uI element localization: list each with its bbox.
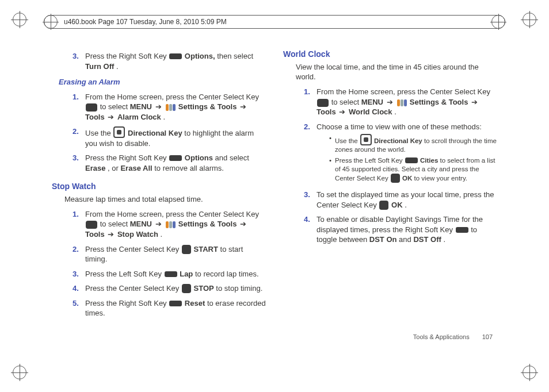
label: OK [402,175,412,182]
text: to select [331,98,361,106]
step-item: From the Home screen, press the Center S… [73,207,266,242]
arrow-icon: ➔ [239,102,247,111]
heading-stop-watch: Stop Watch [52,181,266,192]
text: Choose a time to view with one of these … [317,122,482,131]
text: to select [100,220,130,228]
label: Directional Key [128,129,182,137]
text: . [116,62,119,71]
text: From the Home screen, press the Center S… [85,210,259,218]
step-item: Press the Center Select Key START to sta… [73,242,266,267]
center-select-key-icon [317,99,329,107]
bullet-item: Use the Directional Key to scroll throug… [329,133,497,155]
text: Use the [335,137,360,144]
label: Options [185,153,213,162]
label: Alarm Clock [117,113,161,121]
text: . [394,107,396,116]
arrow-icon: ➔ [154,220,165,228]
text: . [161,230,163,239]
text: , or [108,164,120,172]
steps-world-clock: From the Home screen, press the Center S… [304,84,497,247]
step-item: Press the Left Soft Key Lap to record la… [73,267,266,282]
center-select-key-icon [182,284,191,293]
text: to record lap times. [195,270,259,278]
step-item: Choose a time to view with one of these … [304,120,497,187]
page-body: Press the Right Soft Key Options, then s… [52,49,497,335]
label: STOP [194,284,214,293]
label: Cities [420,157,438,164]
running-header: u460.book Page 107 Tuesday, June 8, 2010… [44,15,505,29]
step-item: To enable or disable Daylight Savings Ti… [304,212,497,247]
text: Press the Right Soft Key [85,52,169,60]
bullet-item: Press the Left Soft Key Cities to select… [329,155,497,184]
crop-mark-icon [523,366,536,379]
crop-mark-icon [44,15,58,29]
arrow-icon: ➔ [470,98,479,106]
label: Settings & Tools [410,98,468,106]
settings-tools-icon [396,99,407,107]
text: and select [215,153,249,162]
lead-text: View the local time, and the time in 45 … [296,62,497,82]
text: Press the Center Select Key [85,284,181,293]
step-item: Press the Center Select Key STOP to stop… [73,281,266,296]
soft-key-icon [456,227,468,233]
step-item: Press the Right Soft Key Reset to erase … [73,296,266,321]
arrow-icon: ➔ [154,102,165,111]
text: Press the Left Soft Key [335,157,405,164]
running-header-text: u460.book Page 107 Tuesday, June 8, 2010… [64,17,227,26]
crop-mark-icon [13,13,26,26]
text: Press the Right Soft Key [85,299,169,308]
step-item: From the Home screen, press the Center S… [304,84,497,120]
crop-mark-icon [523,13,536,26]
step-item: Use the Directional Key to highlight the… [73,124,266,151]
step-item: Press the Right Soft Key Options and sel… [73,151,266,175]
sub-bullets: Use the Directional Key to scroll throug… [329,133,497,184]
text: to select [100,102,130,111]
footer-page-number: 107 [482,333,493,341]
lead-text: Measure lap times and total elapsed time… [64,194,266,205]
heading-world-clock: World Clock [283,49,497,60]
settings-tools-icon [165,103,176,112]
text: Use the [85,129,113,137]
label: Tools [85,113,105,121]
center-select-key-icon [391,174,400,183]
steps-continued: Press the Right Soft Key Options, then s… [73,49,266,74]
text: . [443,235,445,244]
text: Press the Center Select Key [85,245,181,253]
arrow-icon: ➔ [106,113,117,121]
crop-mark-icon [13,366,26,379]
center-select-key-icon [86,221,97,229]
text: Press the Left Soft Key [85,270,164,278]
label: Turn Off [85,62,114,71]
label: MENU [130,102,152,111]
label: Settings & Tools [178,102,237,111]
center-select-key-icon [379,201,388,210]
text: From the Home screen, press the Center S… [85,93,259,101]
settings-tools-icon [165,221,176,229]
arrow-icon: ➔ [386,98,396,106]
arrow-icon: ➔ [106,230,117,239]
label: DST Off [413,235,441,244]
directional-key-icon [113,126,125,138]
soft-key-icon [405,157,418,163]
soft-key-icon [169,301,182,306]
subheading-erasing-alarm: Erasing an Alarm [59,77,266,87]
steps-erasing-alarm: From the Home screen, press the Center S… [73,90,266,176]
label: Directional Key [374,137,422,144]
center-select-key-icon [182,245,191,254]
text: to stop timing. [216,284,262,293]
step-item: Press the Right Soft Key Options, then s… [73,49,266,74]
text: . [405,201,407,209]
arrow-icon: ➔ [338,107,349,116]
soft-key-icon [169,155,182,161]
label: Options, [185,52,215,60]
text: and [399,235,413,244]
steps-stop-watch: From the Home screen, press the Center S… [73,207,266,321]
soft-key-icon [165,271,177,277]
text: to view your entry. [414,175,467,182]
label: Settings & Tools [178,220,237,228]
directional-key-icon [360,134,372,145]
label: START [194,245,218,253]
label: DST On [369,235,397,244]
column-left: Press the Right Soft Key Options, then s… [52,49,266,335]
label: Stop Watch [117,230,158,239]
